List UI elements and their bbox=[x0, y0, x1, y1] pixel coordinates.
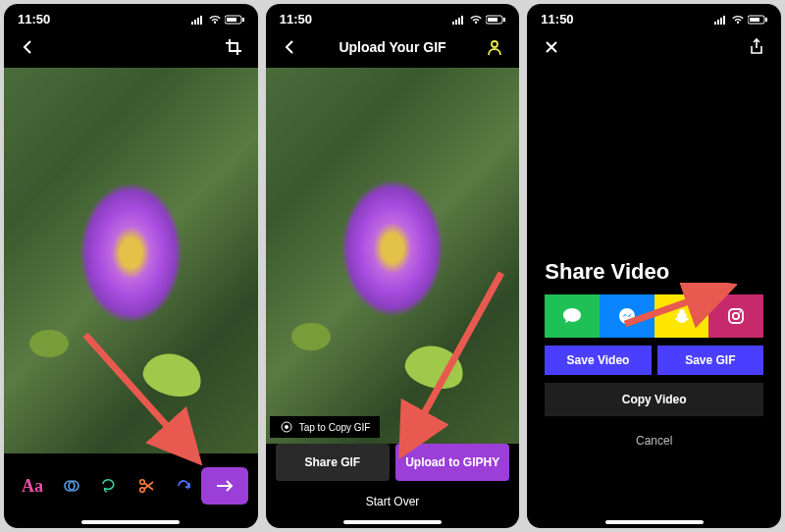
back-button[interactable] bbox=[280, 36, 301, 58]
tap-hint-label: Tap to Copy GIF bbox=[299, 422, 371, 433]
home-indicator bbox=[605, 520, 704, 524]
status-bar: 11:50 bbox=[4, 4, 258, 30]
svg-rect-10 bbox=[503, 18, 505, 22]
svg-rect-2 bbox=[242, 18, 244, 22]
nav-bar: Upload Your GIF bbox=[266, 30, 520, 68]
wifi-icon bbox=[208, 15, 222, 25]
battery-icon bbox=[225, 15, 244, 25]
upload-screen: 11:50 Upload Your GIF Tap to Copy GIF Sh… bbox=[266, 4, 520, 528]
sticker-tool[interactable] bbox=[100, 477, 118, 495]
save-row: Save Video Save GIF bbox=[527, 344, 781, 379]
loop-tool[interactable] bbox=[175, 477, 192, 495]
tap-to-copy-hint: Tap to Copy GIF bbox=[270, 416, 381, 438]
snapchat-button[interactable] bbox=[654, 294, 709, 338]
close-button[interactable] bbox=[541, 36, 562, 58]
chat-bubble-icon bbox=[562, 307, 582, 325]
home-indicator bbox=[81, 520, 180, 524]
wifi-icon bbox=[469, 15, 483, 25]
svg-rect-16 bbox=[750, 18, 759, 22]
lasso-icon bbox=[100, 477, 118, 495]
crop-icon bbox=[226, 39, 241, 55]
status-icons bbox=[714, 15, 767, 25]
scissors-icon bbox=[137, 477, 155, 495]
crop-button[interactable] bbox=[223, 36, 244, 58]
status-bar: 11:50 bbox=[527, 4, 781, 30]
svg-rect-1 bbox=[227, 18, 236, 22]
clock: 11:50 bbox=[18, 12, 50, 27]
share-gif-button[interactable]: Share GIF bbox=[276, 444, 390, 481]
share-system-button[interactable] bbox=[746, 36, 767, 58]
share-header: Share Video bbox=[527, 259, 781, 294]
snapchat-icon bbox=[673, 307, 691, 325]
messenger-button[interactable] bbox=[600, 294, 654, 338]
edit-toolbar: Aa bbox=[4, 453, 258, 514]
signal-icon bbox=[191, 15, 205, 25]
svg-rect-9 bbox=[488, 18, 497, 22]
nav-bar bbox=[4, 30, 258, 68]
back-button[interactable] bbox=[18, 36, 39, 58]
battery-icon bbox=[748, 15, 767, 25]
svg-point-18 bbox=[619, 308, 635, 324]
start-over-button[interactable]: Start Over bbox=[266, 481, 520, 514]
profile-button[interactable] bbox=[484, 36, 505, 58]
editor-screen: 11:50 Aa bbox=[4, 4, 258, 528]
social-row bbox=[527, 294, 781, 344]
signal-icon bbox=[714, 15, 728, 25]
cancel-button[interactable]: Cancel bbox=[527, 420, 781, 461]
chevron-left-icon bbox=[22, 40, 35, 54]
overlap-circles-icon bbox=[63, 477, 80, 495]
svg-point-13 bbox=[285, 425, 288, 429]
imessage-button[interactable] bbox=[545, 294, 600, 338]
chevron-left-icon bbox=[284, 40, 297, 54]
status-icons bbox=[452, 15, 505, 25]
text-tool[interactable]: Aa bbox=[22, 476, 43, 497]
wifi-icon bbox=[731, 15, 745, 25]
preview-image[interactable] bbox=[266, 68, 520, 444]
save-video-button[interactable]: Save Video bbox=[545, 346, 651, 375]
instagram-icon bbox=[727, 307, 745, 325]
share-icon bbox=[749, 38, 764, 56]
trim-tool[interactable] bbox=[137, 477, 155, 495]
redo-icon bbox=[175, 477, 192, 495]
svg-point-21 bbox=[739, 310, 741, 312]
messenger-icon bbox=[617, 306, 637, 326]
share-screen: 11:50 Share Video Save Video Save GIF Co… bbox=[527, 4, 781, 528]
signal-icon bbox=[452, 15, 466, 25]
action-buttons: Share GIF Upload to GIPHY bbox=[266, 444, 520, 481]
save-gif-button[interactable]: Save GIF bbox=[657, 346, 763, 375]
copy-video-button[interactable]: Copy Video bbox=[545, 383, 763, 416]
status-icons bbox=[191, 15, 244, 25]
close-icon bbox=[545, 40, 558, 54]
arrow-right-icon bbox=[215, 479, 235, 493]
svg-point-11 bbox=[492, 41, 497, 47]
filter-tool[interactable] bbox=[63, 477, 80, 495]
preview-image bbox=[4, 68, 258, 453]
page-title: Upload Your GIF bbox=[339, 39, 445, 55]
instagram-button[interactable] bbox=[708, 294, 763, 338]
svg-point-20 bbox=[733, 312, 739, 318]
battery-icon bbox=[486, 15, 505, 25]
status-bar: 11:50 bbox=[266, 4, 520, 30]
tap-icon bbox=[280, 420, 293, 434]
upload-giphy-button[interactable]: Upload to GIPHY bbox=[395, 444, 509, 481]
next-button[interactable] bbox=[201, 467, 248, 505]
person-icon bbox=[486, 38, 503, 56]
nav-bar bbox=[527, 30, 781, 68]
home-indicator bbox=[343, 520, 442, 524]
svg-rect-17 bbox=[765, 18, 767, 22]
clock: 11:50 bbox=[541, 12, 573, 27]
clock: 11:50 bbox=[280, 12, 312, 27]
